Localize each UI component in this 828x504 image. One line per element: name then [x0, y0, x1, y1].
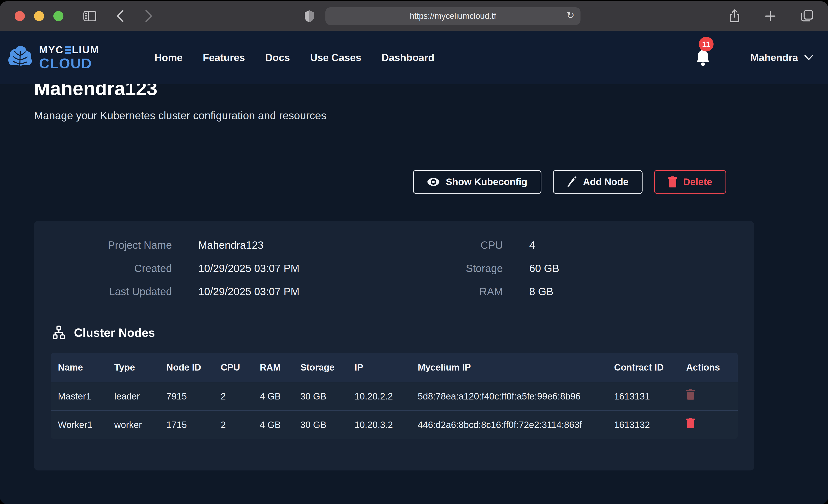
col-ip: IP [348, 353, 411, 382]
nav-item-home[interactable]: Home [155, 52, 182, 64]
nav-links: Home Features Docs Use Cases Dashboard [155, 52, 434, 64]
new-tab-icon[interactable] [765, 11, 776, 22]
col-contract-id: Contract ID [607, 353, 679, 382]
project-details: Project Name Mahendra123 CPU 4 Created 1… [34, 221, 754, 298]
table-row: Worker1 worker 1715 2 4 GB 30 GB 10.20.3… [51, 411, 738, 439]
main-content: Mahendra123 Manage your Kubernetes clust… [0, 84, 828, 504]
delete-node-button[interactable] [686, 389, 695, 400]
browser-chrome: https://myceliumcloud.tf ↻ [0, 1, 828, 31]
back-icon[interactable] [116, 10, 124, 23]
chevron-down-icon [804, 55, 813, 60]
share-icon[interactable] [730, 9, 740, 23]
browser-window: https://myceliumcloud.tf ↻ [0, 1, 828, 504]
col-name: Name [51, 353, 107, 382]
cell-ip: 10.20.2.2 [348, 382, 411, 411]
bell-icon [695, 49, 711, 67]
detail-label: Created [34, 262, 172, 275]
traffic-lights [15, 11, 64, 21]
detail-label: CPU [400, 239, 503, 251]
cloud-tree-logo-icon [6, 45, 34, 70]
cell-cpu: 2 [214, 411, 253, 439]
cell-storage: 30 GB [293, 382, 348, 411]
reload-icon[interactable]: ↻ [567, 10, 575, 20]
url-text: https://myceliumcloud.tf [410, 11, 496, 21]
cell-node-id: 7915 [160, 382, 214, 411]
cell-type: worker [107, 411, 160, 439]
zoom-window-button[interactable] [53, 11, 64, 21]
col-type: Type [107, 353, 160, 382]
pencil-icon [567, 176, 577, 187]
page-title: Mahendra123 [34, 84, 828, 99]
show-kubeconfig-button[interactable]: Show Kubeconfig [413, 170, 541, 194]
col-actions: Actions [679, 353, 738, 382]
cell-node-id: 1715 [160, 411, 214, 439]
col-node-id: Node ID [160, 353, 214, 382]
cluster-details-card: Project Name Mahendra123 CPU 4 Created 1… [34, 221, 754, 470]
site-navbar: MYCLIUM CLOUD Home Features Docs Use Cas… [0, 31, 828, 84]
col-cpu: CPU [214, 353, 253, 382]
cluster-nodes-table: Name Type Node ID CPU RAM Storage IP Myc… [51, 353, 738, 439]
col-mycelium-ip: Mycelium IP [411, 353, 607, 382]
notification-badge: 11 [699, 37, 713, 51]
eye-icon [427, 177, 440, 186]
nav-item-features[interactable]: Features [203, 52, 245, 64]
add-node-button[interactable]: Add Node [553, 170, 643, 194]
cell-contract-id: 1613131 [607, 382, 679, 411]
cell-mycelium-ip: 5d8:78ea:a120:f40c:ff0f:a5fe:99e6:8b96 [411, 382, 607, 411]
trash-icon [686, 418, 695, 428]
table-row: Master1 leader 7915 2 4 GB 30 GB 10.20.2… [51, 382, 738, 411]
detail-value: Mahendra123 [198, 239, 373, 251]
trash-icon [686, 389, 695, 400]
delete-node-button[interactable] [686, 418, 695, 428]
sidebar-toggle-icon[interactable] [83, 10, 96, 22]
nav-item-use-cases[interactable]: Use Cases [310, 52, 362, 64]
cell-name: Worker1 [51, 411, 107, 439]
cluster-nodes-heading: Cluster Nodes [51, 325, 754, 340]
tabs-overview-icon[interactable] [801, 10, 813, 22]
detail-label: Storage [400, 262, 503, 275]
detail-value: 8 GB [529, 285, 754, 298]
col-ram: RAM [253, 353, 293, 382]
nav-item-docs[interactable]: Docs [265, 52, 290, 64]
cell-type: leader [107, 382, 160, 411]
page-subtitle: Manage your Kubernetes cluster configura… [34, 109, 828, 122]
cell-ram: 4 GB [253, 411, 293, 439]
cell-contract-id: 1613132 [607, 411, 679, 439]
notifications-button[interactable]: 11 [695, 49, 711, 67]
page-title-clip: Mahendra123 [34, 84, 828, 99]
table-header-row: Name Type Node ID CPU RAM Storage IP Myc… [51, 353, 738, 382]
detail-value: 10/29/2025 03:07 PM [198, 262, 373, 275]
detail-value: 4 [529, 239, 754, 251]
cell-ram: 4 GB [253, 382, 293, 411]
cell-ip: 10.20.3.2 [348, 411, 411, 439]
cell-storage: 30 GB [293, 411, 348, 439]
delete-cluster-button[interactable]: Delete [654, 170, 726, 194]
shield-icon[interactable] [304, 10, 315, 23]
col-storage: Storage [293, 353, 348, 382]
nav-item-dashboard[interactable]: Dashboard [381, 52, 434, 64]
user-name: Mahendra [750, 52, 798, 64]
brand-logo[interactable]: MYCLIUM CLOUD [6, 45, 99, 71]
minimize-window-button[interactable] [34, 11, 44, 21]
brand-line2: CLOUD [39, 56, 99, 71]
detail-value: 60 GB [529, 262, 754, 275]
brand-line1: MYCLIUM [39, 45, 99, 55]
cell-cpu: 2 [214, 382, 253, 411]
cell-mycelium-ip: 446:d2a6:8bcd:8c16:ff0f:72e2:3114:863f [411, 411, 607, 439]
cell-name: Master1 [51, 382, 107, 411]
detail-label: Project Name [34, 239, 172, 251]
user-menu[interactable]: Mahendra [750, 52, 813, 64]
detail-label: Last Updated [34, 285, 172, 298]
trash-icon [668, 176, 677, 187]
cluster-actions: Show Kubeconfig Add Node Delete [0, 170, 726, 194]
close-window-button[interactable] [15, 11, 25, 21]
detail-value: 10/29/2025 03:07 PM [198, 285, 373, 298]
forward-icon[interactable] [145, 10, 153, 23]
address-bar[interactable]: https://myceliumcloud.tf ↻ [325, 7, 580, 25]
cluster-nodes-icon [51, 325, 66, 340]
detail-label: RAM [400, 285, 503, 298]
brand-letter-e [65, 46, 71, 54]
